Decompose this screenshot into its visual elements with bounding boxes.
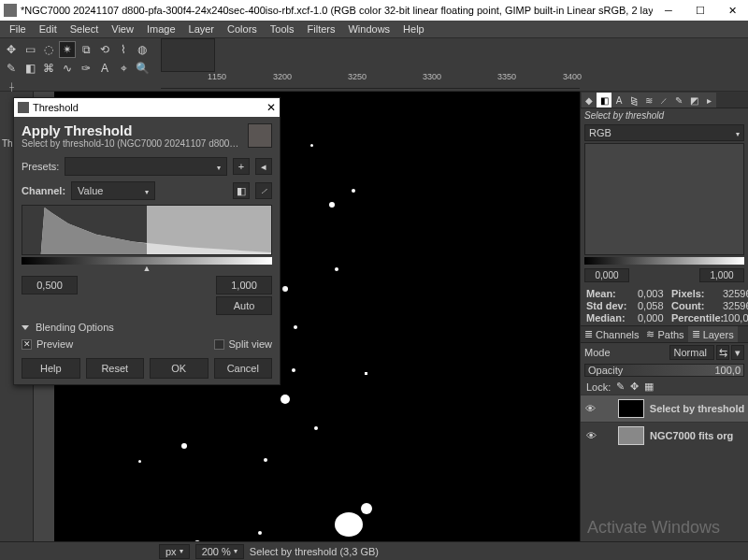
close-button[interactable]: ✕ xyxy=(716,0,748,21)
menu-colors[interactable]: Colors xyxy=(222,22,263,36)
histogram-channel-value: RGB xyxy=(589,127,611,138)
blending-row[interactable]: Blending Options xyxy=(14,319,280,336)
threshold-high-input[interactable]: 1,000 xyxy=(216,276,272,294)
mode-switch-icon[interactable]: ⇆ xyxy=(716,345,729,360)
pattern-tab-icon[interactable]: ◩ xyxy=(686,93,701,108)
range-low-input[interactable]: 0,000 xyxy=(584,268,629,282)
mode-menu-icon[interactable]: ▾ xyxy=(731,345,744,360)
zoom-tool-icon[interactable]: 🔍 xyxy=(134,60,151,77)
histogram-linear-button[interactable]: ◧ xyxy=(233,182,250,199)
histogram-channel-dropdown[interactable]: RGB xyxy=(584,124,744,141)
status-message: Select by threshold (3,3 GB) xyxy=(250,546,379,557)
histogram-log-button[interactable]: ⟋ xyxy=(255,182,272,199)
maximize-button[interactable]: ☐ xyxy=(684,0,716,21)
threshold-low-input[interactable]: 0,500 xyxy=(22,276,78,294)
tab-paths[interactable]: ≋Paths xyxy=(642,326,687,342)
levels-tab-icon[interactable]: ≋ xyxy=(641,93,656,108)
right-panel: ◆ ◧ A ⧎ ≋ ⟋ ✎ ◩ ▸ Select by threshold RG… xyxy=(580,92,748,559)
zoom-dropdown[interactable]: 200 %▾ xyxy=(195,544,244,559)
eraser-tool-icon[interactable]: ◧ xyxy=(22,60,38,77)
text-tab-icon[interactable]: A xyxy=(611,93,626,108)
warp-tool-icon[interactable]: ⌇ xyxy=(115,41,132,58)
curves-tab-icon[interactable]: ⟋ xyxy=(656,93,671,108)
blending-label: Blending Options xyxy=(36,322,114,333)
ruler-tick: 3300 xyxy=(423,72,441,81)
menu-file[interactable]: File xyxy=(4,22,32,36)
smudge-tool-icon[interactable]: ∿ xyxy=(59,60,76,77)
clone-tool-icon[interactable]: ⌘ xyxy=(40,60,57,77)
reset-button[interactable]: Reset xyxy=(86,358,145,379)
menu-layer[interactable]: Layer xyxy=(183,22,221,36)
channel-dropdown[interactable]: Value xyxy=(71,181,155,200)
layers-icon: ≣ xyxy=(692,328,700,340)
preset-menu-button[interactable]: ◂ xyxy=(255,158,272,175)
menu-image[interactable]: Image xyxy=(141,22,181,36)
menu-help[interactable]: Help xyxy=(397,22,430,36)
range-high-input[interactable]: 1,000 xyxy=(699,268,744,282)
text-tool-icon[interactable]: A xyxy=(96,60,113,77)
move-tool-icon[interactable]: ✥ xyxy=(3,41,20,58)
threshold-marker[interactable] xyxy=(22,266,272,274)
menu-select[interactable]: Select xyxy=(65,22,105,36)
lock-move-icon[interactable]: ✥ xyxy=(630,381,639,393)
histogram-tab-icon[interactable]: ◧ xyxy=(597,93,611,108)
menu-filters[interactable]: Filters xyxy=(302,22,341,36)
menu-edit[interactable]: Edit xyxy=(34,22,63,36)
lasso-tool-icon[interactable]: ◌ xyxy=(40,41,57,58)
splitview-checkbox[interactable]: Split view xyxy=(214,338,272,350)
layer-row[interactable]: 👁NGC7000 fits org xyxy=(581,422,748,449)
minimize-button[interactable]: ─ xyxy=(653,0,684,21)
auto-button[interactable]: Auto xyxy=(216,296,272,315)
stat-pixels-value: 32596267 xyxy=(723,288,748,299)
presets-dropdown[interactable] xyxy=(65,157,227,176)
tab-channels[interactable]: ≣Channels xyxy=(581,326,642,342)
layer-row[interactable]: 👁Select by threshold xyxy=(581,395,748,422)
menu-tools[interactable]: Tools xyxy=(265,22,300,36)
presets-row: Presets: + ◂ xyxy=(14,154,280,179)
histogram-display xyxy=(584,143,744,255)
transform-tool-icon[interactable]: ⟲ xyxy=(96,41,113,58)
tab-layers[interactable]: ≣Layers xyxy=(688,326,738,342)
threshold-histogram[interactable] xyxy=(22,205,272,255)
preset-add-button[interactable]: + xyxy=(233,158,250,175)
menu-windows[interactable]: Windows xyxy=(342,22,396,36)
picker-tool-icon[interactable]: ⌖ xyxy=(115,60,132,77)
layer-dock-tabs: ≣Channels ≋Paths ≣Layers xyxy=(581,325,748,343)
ok-button[interactable]: OK xyxy=(150,358,209,379)
lock-alpha-icon[interactable]: ▦ xyxy=(644,381,654,393)
unit-dropdown[interactable]: px▾ xyxy=(159,544,190,559)
menu-tab-icon[interactable]: ▸ xyxy=(701,93,716,108)
star-blob xyxy=(280,395,290,404)
menu-view[interactable]: View xyxy=(106,22,139,36)
nav-preview[interactable] xyxy=(161,38,215,72)
lock-paint-icon[interactable]: ✎ xyxy=(616,381,625,393)
dialog-titlebar[interactable]: Threshold ✕ xyxy=(14,98,280,117)
channel-value: Value xyxy=(78,185,103,196)
cancel-button[interactable]: Cancel xyxy=(214,358,273,379)
mode-dropdown[interactable]: Normal xyxy=(669,345,714,360)
stat-mean-label: Mean: xyxy=(586,288,638,299)
checkbox-icon xyxy=(214,339,224,350)
brush-tab-icon[interactable]: ✎ xyxy=(671,93,686,108)
bucket-tool-icon[interactable]: ◍ xyxy=(134,41,151,58)
crop-tool-icon[interactable]: ⧉ xyxy=(78,41,94,58)
opacity-slider[interactable]: Opacity 100,0 xyxy=(584,364,744,377)
help-button[interactable]: Help xyxy=(22,358,80,379)
preview-label: Preview xyxy=(36,338,73,350)
visibility-icon[interactable]: 👁 xyxy=(584,403,597,414)
fuzzy-select-tool-icon[interactable]: ✴ xyxy=(59,41,76,58)
threshold-dialog: Threshold ✕ Apply Threshold Select by th… xyxy=(13,97,280,385)
dialog-close-button[interactable]: ✕ xyxy=(266,101,276,114)
pointer-tab-icon[interactable]: ◆ xyxy=(582,93,597,108)
star-blob xyxy=(352,189,355,193)
sample-tab-icon[interactable]: ⧎ xyxy=(626,93,641,108)
threshold-values-row: 0,500 1,000 xyxy=(14,274,280,296)
brush-tool-icon[interactable]: ✎ xyxy=(3,60,20,77)
visibility-icon[interactable]: 👁 xyxy=(584,430,597,441)
star-blob xyxy=(335,512,363,537)
preview-checkbox[interactable]: Preview xyxy=(22,338,73,350)
path-tool-icon[interactable]: ✑ xyxy=(78,60,94,77)
rect-select-tool-icon[interactable]: ▭ xyxy=(22,41,38,58)
dialog-preview-swatch xyxy=(248,123,272,148)
opacity-value: 100,0 xyxy=(714,365,741,376)
